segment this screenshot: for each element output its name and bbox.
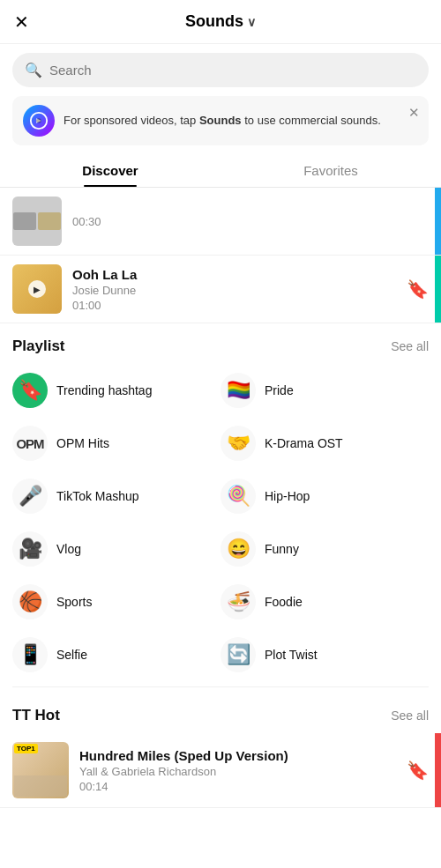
banner-text: For sponsored videos, tap Sounds to use … — [64, 113, 418, 129]
playlist-section-title: Playlist — [12, 338, 65, 355]
track-info-ooh-la-la: Ooh La La Josie Dunne 01:00 — [72, 267, 396, 312]
tt-hot-section-header: TT Hot See all — [0, 693, 441, 733]
track-artist: Josie Dunne — [72, 284, 396, 297]
search-icon: 🔍 — [25, 62, 42, 78]
svg-point-1 — [36, 118, 41, 123]
track-thumbnail[interactable] — [12, 197, 62, 246]
vlog-icon: 🎥 — [19, 538, 42, 560]
sports-icon: 🏀 — [19, 590, 42, 613]
trending-hashtag-icon: 🔖 — [19, 379, 42, 402]
playlist-icon-tiktok-mashup: 🎤 — [12, 479, 48, 514]
playlist-icon-sports: 🏀 — [12, 584, 48, 619]
playlist-name: Pride — [265, 383, 294, 397]
opm-hits-icon: OPM — [16, 436, 43, 451]
hip-hop-icon: 🍭 — [227, 485, 250, 508]
banner: For sponsored videos, tap Sounds to use … — [12, 96, 429, 145]
playlist-item-tiktok-mashup[interactable]: 🎤 TikTok Mashup — [12, 470, 220, 523]
playlist-name: Funny — [265, 542, 299, 556]
tt-track-thumbnail[interactable]: TOP1 — [12, 742, 69, 798]
banner-icon — [23, 105, 55, 137]
playlist-item-pride[interactable]: 🏳️‍🌈 Pride — [220, 364, 429, 417]
selfie-icon: 📱 — [19, 643, 42, 666]
playlist-icon-hip-hop: 🍭 — [220, 479, 256, 514]
track-item-ooh-la-la: ▶ Ooh La La Josie Dunne 01:00 🔖 — [0, 256, 441, 323]
playlist-icon-trending-hashtag: 🔖 — [12, 373, 48, 408]
playlist-see-all-button[interactable]: See all — [391, 339, 429, 353]
tt-hot-see-all-button[interactable]: See all — [391, 708, 429, 723]
playlist-name: Hip-Hop — [265, 489, 310, 503]
playlist-icon-pride: 🏳️‍🌈 — [220, 373, 256, 408]
track-duration: 00:30 — [72, 215, 429, 228]
playlist-section-header: Playlist See all — [0, 323, 441, 364]
close-button[interactable]: ✕ — [14, 11, 29, 33]
tt-track-artist: Yall & Gabriela Richardson — [79, 765, 396, 778]
playlist-name: Trending hashtag — [56, 383, 152, 397]
tt-bookmark-icon[interactable]: 🔖 — [407, 760, 429, 781]
playlist-item-trending-hashtag[interactable]: 🔖 Trending hashtag — [12, 364, 220, 417]
playlist-icon-vlog: 🎥 — [12, 531, 48, 567]
track-thumbnail-ooh-la-la[interactable]: ▶ — [12, 264, 62, 314]
playlist-icon-funny: 😄 — [220, 531, 256, 567]
header: ✕ Sounds ∨ — [0, 0, 441, 44]
tt-track-item: TOP1 Hundred Miles (Sped Up Version) Yal… — [0, 733, 441, 808]
playlist-name: Selfie — [56, 648, 87, 662]
tab-discover[interactable]: Discover — [0, 154, 220, 187]
playlist-item-funny[interactable]: 😄 Funny — [220, 523, 429, 575]
playlist-item-foodie[interactable]: 🍜 Foodie — [220, 575, 429, 628]
header-title: Sounds ∨ — [185, 12, 256, 31]
search-input[interactable] — [49, 63, 416, 78]
kdrama-ost-icon: 🤝 — [227, 432, 250, 455]
funny-icon: 😄 — [227, 538, 250, 560]
playlist-name: OPM Hits — [56, 436, 109, 450]
top1-badge: TOP1 — [14, 744, 38, 753]
playlist-item-selfie[interactable]: 📱 Selfie — [12, 628, 220, 681]
playlist-icon-selfie: 📱 — [12, 637, 48, 672]
playlist-item-kdrama-ost[interactable]: 🤝 K-Drama OST — [220, 417, 429, 470]
track-item: 00:30 — [0, 188, 441, 256]
play-button[interactable]: ▶ — [28, 280, 46, 298]
banner-close-button[interactable]: ✕ — [408, 105, 420, 121]
divider — [12, 686, 429, 687]
playlist-grid: 🔖 Trending hashtag 🏳️‍🌈 Pride OPM OPM Hi… — [0, 364, 441, 681]
pride-icon: 🏳️‍🌈 — [227, 379, 250, 402]
track-name: Ooh La La — [72, 267, 396, 282]
search-bar: 🔍 — [12, 53, 429, 87]
sounds-label: Sounds — [185, 12, 243, 31]
playlist-icon-opm-hits: OPM — [12, 426, 48, 461]
playlist-name: K-Drama OST — [265, 436, 343, 450]
playlist-icon-foodie: 🍜 — [220, 584, 256, 619]
playlist-item-sports[interactable]: 🏀 Sports — [12, 575, 220, 628]
playlist-item-plot-twist[interactable]: 🔄 Plot Twist — [220, 628, 429, 681]
playlist-icon-plot-twist: 🔄 — [220, 637, 256, 672]
playlist-name: Foodie — [265, 595, 303, 609]
playlist-item-hip-hop[interactable]: 🍭 Hip-Hop — [220, 470, 429, 523]
playlist-name: Sports — [56, 595, 92, 609]
playlist-name: Vlog — [56, 542, 81, 556]
track-duration: 01:00 — [72, 299, 396, 312]
tab-favorites[interactable]: Favorites — [220, 154, 441, 187]
playlist-item-vlog[interactable]: 🎥 Vlog — [12, 523, 220, 575]
playlist-item-opm-hits[interactable]: OPM OPM Hits — [12, 417, 220, 470]
playlist-name: Plot Twist — [265, 648, 318, 662]
plot-twist-icon: 🔄 — [227, 643, 250, 666]
tabs: Discover Favorites — [0, 154, 441, 188]
track-info: 00:30 — [72, 215, 429, 228]
tt-hot-section-title: TT Hot — [12, 707, 60, 724]
playlist-icon-kdrama-ost: 🤝 — [220, 426, 256, 461]
tt-track-name: Hundred Miles (Sped Up Version) — [79, 748, 396, 763]
foodie-icon: 🍜 — [227, 590, 250, 613]
bookmark-icon[interactable]: 🔖 — [407, 278, 429, 300]
chevron-down-icon[interactable]: ∨ — [247, 15, 256, 29]
tiktok-mashup-icon: 🎤 — [19, 485, 42, 508]
tt-track-info: Hundred Miles (Sped Up Version) Yall & G… — [79, 748, 396, 793]
tt-track-duration: 00:14 — [79, 780, 396, 793]
playlist-name: TikTok Mashup — [56, 489, 139, 503]
